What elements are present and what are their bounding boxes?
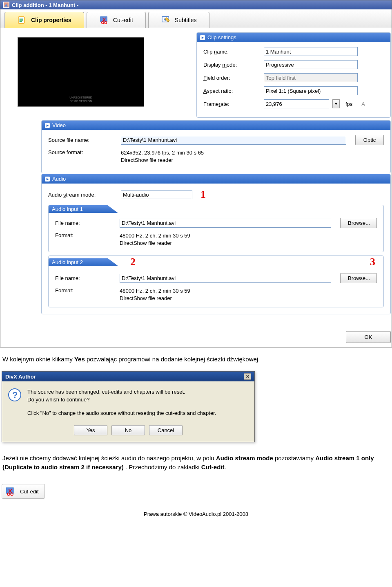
audio1-filename-input[interactable] <box>120 219 331 228</box>
copyright-footer: Prawa autorskie © VideoAudio.pl 2001-200… <box>0 511 392 521</box>
framerate-input[interactable] <box>264 99 329 108</box>
tab-label: Subtitles <box>175 17 197 23</box>
ok-button[interactable]: OK <box>346 331 391 343</box>
confirm-dialog: DivX Author ✕ ? The source has been chan… <box>2 371 255 442</box>
collapse-icon: ▸ <box>45 123 50 128</box>
window-title: Clip addition - 1 Manhunt - <box>12 2 78 8</box>
source-file-label: Source file name: <box>48 137 118 143</box>
panel-title: Audio <box>52 176 66 182</box>
source-format-label: Source format: <box>48 149 118 155</box>
panel-head-audio[interactable]: ▸ Audio <box>42 174 390 184</box>
audio-input-1-panel: Audio input 1 File name: Browse... Forma… <box>48 205 384 252</box>
tab-label: Clip properties <box>31 17 71 23</box>
cancel-button[interactable]: Cancel <box>149 425 183 435</box>
collapse-icon: ▸ <box>45 177 50 181</box>
audio2-format-value: 48000 Hz, 2 ch, 2 min 30 s 59 DirectShow… <box>120 287 190 302</box>
source-format-value: 624x352, 23,976 fps, 2 min 30 s 65 Direc… <box>121 149 204 164</box>
audio1-format-value: 48000 Hz, 2 ch, 2 min 30 s 59 DirectShow… <box>120 232 190 247</box>
tab-bar: Clip properties Cut-edit A Subtitles <box>0 9 392 28</box>
dialog-title-text: DivX Author <box>5 374 36 380</box>
display-mode-input[interactable] <box>264 60 358 69</box>
titlebar[interactable]: Clip addition - 1 Manhunt - <box>0 0 392 9</box>
audio-input-1-head[interactable]: Audio input 1 <box>49 205 118 213</box>
svg-text:?: ? <box>12 390 18 400</box>
clip-properties-icon <box>17 16 27 25</box>
audio1-format-label: Format: <box>55 232 116 238</box>
yes-button[interactable]: Yes <box>74 425 107 435</box>
app-icon <box>3 2 9 8</box>
doc-paragraph-1: W kolejnym oknie klikamy Yes pozwalając … <box>2 355 390 364</box>
tab-cut-edit[interactable]: Cut-edit <box>87 12 146 28</box>
audio2-filename-label: File name: <box>55 275 116 281</box>
framerate-label: Framerate: <box>203 101 261 107</box>
dialog-titlebar[interactable]: DivX Author ✕ <box>2 372 254 381</box>
marker-3: 3 <box>370 256 375 268</box>
audio-stream-mode-input[interactable] <box>121 190 192 199</box>
panel-title: Video <box>52 122 66 128</box>
tab-subtitles[interactable]: A Subtitles <box>148 12 209 28</box>
dialog-message: The source has been changed, cut-edits a… <box>27 388 216 417</box>
clip-settings-panel: ▸ Clip settings Clip name: Display mode:… <box>196 32 391 118</box>
subtitles-icon: A <box>161 16 171 25</box>
marker-2: 2 <box>130 256 136 268</box>
ar-button-partial[interactable]: A <box>361 101 365 107</box>
audio-input-2-head[interactable]: Audio input 2 <box>49 258 118 266</box>
preview-watermark: UNREGISTEREDDEMO VERSION <box>69 96 92 103</box>
field-order-input <box>264 73 358 82</box>
fps-unit: fps <box>345 101 352 107</box>
clip-name-input[interactable] <box>264 47 358 56</box>
no-button[interactable]: No <box>111 425 145 435</box>
framerate-dropdown-icon[interactable]: ▼ <box>332 99 340 108</box>
aspect-ratio-input[interactable] <box>264 86 358 95</box>
tab-label: Cut-edit <box>113 17 133 23</box>
audio2-filename-input[interactable] <box>120 274 331 283</box>
doc-paragraph-2: Jeżeli nie chcemy dodawać kolejnej ścież… <box>2 454 390 472</box>
clip-addition-window: Clip addition - 1 Manhunt - Clip propert… <box>0 0 392 347</box>
audio-stream-mode-label: Audio stream mode: <box>48 192 118 198</box>
preview-thumbnail: UNREGISTEREDDEMO VERSION <box>18 37 144 107</box>
audio1-filename-label: File name: <box>55 220 116 226</box>
field-order-label: Field order: <box>203 75 261 81</box>
cut-edit-icon <box>99 16 109 25</box>
close-icon[interactable]: ✕ <box>244 373 251 380</box>
marker-1: 1 <box>200 188 206 201</box>
panel-head-video[interactable]: ▸ Video <box>42 121 390 130</box>
cut-edit-icon <box>5 487 15 496</box>
panel-head-clip-settings[interactable]: ▸ Clip settings <box>197 33 390 42</box>
source-file-input <box>121 136 346 145</box>
audio1-browse-button[interactable]: Browse... <box>340 218 377 228</box>
cut-edit-label: Cut-edit <box>20 488 39 495</box>
tab-clip-properties[interactable]: Clip properties <box>4 12 84 28</box>
cut-edit-small-button[interactable]: Cut-edit <box>2 484 45 499</box>
panel-title: Clip settings <box>207 34 236 40</box>
content-area: UNREGISTEREDDEMO VERSION ▸ Clip settings… <box>0 28 392 347</box>
ok-bar: OK <box>41 327 391 347</box>
question-icon: ? <box>8 388 22 402</box>
audio-panel: ▸ Audio Audio stream mode: 1 Audio input… <box>41 174 391 314</box>
display-mode-label: Display mode: <box>203 62 261 68</box>
video-panel: ▸ Video Source file name: Optic Source f… <box>41 120 391 173</box>
svg-rect-2 <box>18 17 24 23</box>
collapse-icon: ▸ <box>200 35 205 40</box>
audio2-browse-button[interactable]: Browse... <box>340 273 377 283</box>
video-option-button[interactable]: Optic <box>355 135 384 145</box>
clip-name-label: Clip name: <box>203 49 261 55</box>
audio2-format-label: Format: <box>55 287 116 294</box>
aspect-ratio-label: Aspect ratio: <box>203 88 261 94</box>
audio-input-2-panel: Audio input 2 2 3 File name: Browse... F… <box>48 255 384 307</box>
